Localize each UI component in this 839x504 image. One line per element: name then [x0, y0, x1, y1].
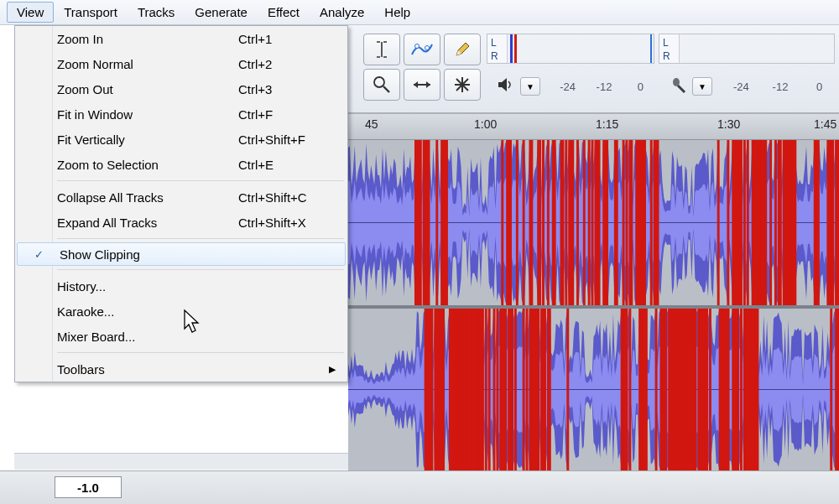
svg-rect-61	[650, 140, 653, 305]
svg-rect-24	[509, 140, 512, 305]
svg-rect-145	[566, 309, 569, 470]
tools-grid	[363, 34, 481, 101]
separator	[57, 269, 344, 270]
svg-rect-185	[737, 309, 739, 470]
svg-rect-95	[831, 140, 834, 305]
svg-rect-75	[758, 140, 760, 305]
menu-history[interactable]: History...	[15, 273, 347, 299]
menu-tracks[interactable]: Tracks	[128, 2, 185, 23]
recording-meter-menu[interactable]: ▼	[692, 77, 712, 96]
meter-l-label: L	[663, 36, 679, 49]
ruler-tick: 1:15	[596, 117, 618, 131]
svg-rect-125	[493, 309, 496, 470]
menu-effect[interactable]: Effect	[258, 2, 310, 23]
menu-mixer-board[interactable]: Mixer Board...	[15, 324, 347, 349]
magnifier-icon	[373, 75, 391, 94]
svg-rect-64	[727, 140, 729, 305]
svg-rect-82	[779, 140, 782, 305]
recording-scale: -24 -12 0	[722, 77, 839, 96]
waveform-channel-right[interactable]	[348, 305, 839, 470]
playback-scale: -24 -12 0	[550, 77, 659, 96]
playback-meter-menu[interactable]: ▼	[520, 77, 540, 96]
svg-rect-80	[774, 140, 777, 305]
zoom-tool[interactable]	[363, 69, 400, 101]
svg-rect-126	[496, 309, 498, 470]
timeshift-icon	[410, 79, 434, 91]
svg-rect-92	[817, 140, 820, 305]
menu-transport[interactable]: Transport	[54, 2, 128, 23]
svg-rect-186	[740, 309, 743, 470]
svg-rect-149	[628, 309, 631, 470]
svg-point-0	[415, 44, 420, 49]
playback-meter[interactable]: L R	[487, 34, 654, 64]
envelope-tool[interactable]	[404, 34, 440, 65]
svg-rect-13	[416, 140, 422, 305]
svg-rect-60	[644, 140, 646, 305]
svg-rect-171	[692, 309, 695, 470]
svg-rect-18	[435, 140, 438, 305]
selection-tool[interactable]	[363, 34, 400, 65]
menu-show-clipping[interactable]: ✓ Show Clipping	[17, 242, 346, 266]
menu-toolbars[interactable]: Toolbars ▶	[15, 356, 347, 382]
track-panel-strip	[14, 453, 348, 470]
menu-zoom-selection[interactable]: Zoom to SelectionCtrl+E	[15, 152, 347, 177]
svg-rect-78	[764, 140, 767, 305]
meter-r-label: R	[491, 49, 507, 63]
menu-view[interactable]: View	[7, 2, 54, 23]
svg-rect-51	[616, 140, 618, 305]
svg-rect-25	[516, 140, 519, 305]
timeshift-tool[interactable]	[404, 69, 440, 101]
envelope-icon	[411, 42, 433, 57]
svg-rect-40	[576, 140, 579, 305]
svg-rect-21	[501, 140, 503, 305]
svg-rect-28	[530, 140, 533, 305]
menu-fit-window[interactable]: Fit in WindowCtrl+F	[15, 101, 347, 127]
svg-rect-109	[449, 309, 455, 470]
svg-rect-122	[480, 309, 482, 470]
svg-rect-194	[757, 309, 759, 470]
menu-zoom-normal[interactable]: Zoom NormalCtrl+2	[15, 51, 347, 76]
svg-rect-184	[732, 309, 737, 470]
menu-expand-tracks[interactable]: Expand All TracksCtrl+Shift+X	[15, 210, 347, 235]
multi-tool[interactable]	[444, 69, 481, 101]
svg-rect-124	[488, 309, 491, 470]
menu-fit-vertically[interactable]: Fit VerticallyCtrl+Shift+F	[15, 127, 347, 152]
svg-rect-32	[547, 140, 550, 305]
bottom-bar: -1.0	[0, 470, 839, 504]
svg-rect-36	[561, 140, 564, 305]
svg-rect-42	[588, 140, 591, 305]
menu-karaoke[interactable]: Karaoke...	[15, 299, 347, 324]
menu-generate[interactable]: Generate	[185, 2, 258, 23]
waveform-area[interactable]	[348, 140, 839, 470]
waveform-channel-left[interactable]	[348, 140, 839, 305]
meter-r-label: R	[663, 49, 679, 63]
draw-tool[interactable]	[444, 34, 481, 65]
svg-line-10	[678, 86, 685, 92]
svg-rect-43	[591, 140, 594, 305]
svg-rect-34	[554, 140, 556, 305]
meter-l-label: L	[491, 36, 507, 49]
menu-analyze[interactable]: Analyze	[310, 2, 374, 23]
svg-rect-49	[606, 140, 608, 305]
timeline-ruler[interactable]: 45 1:00 1:15 1:30 1:45	[348, 113, 839, 140]
menu-collapse-tracks[interactable]: Collapse All TracksCtrl+Shift+C	[15, 184, 347, 210]
ruler-tick: 1:30	[717, 117, 740, 131]
svg-rect-144	[549, 309, 551, 470]
menu-help[interactable]: Help	[374, 2, 420, 23]
svg-rect-131	[514, 309, 517, 470]
svg-rect-70	[747, 140, 749, 305]
svg-rect-157	[664, 309, 667, 470]
svg-rect-55	[630, 140, 633, 305]
svg-rect-130	[511, 309, 513, 470]
separator	[57, 180, 344, 181]
menu-zoom-out[interactable]: Zoom OutCtrl+3	[15, 76, 347, 101]
svg-rect-69	[743, 140, 746, 305]
svg-rect-31	[542, 140, 545, 305]
svg-rect-183	[727, 309, 729, 470]
menu-zoom-in[interactable]: Zoom InCtrl+1	[15, 26, 347, 51]
ibeam-icon	[375, 41, 388, 58]
svg-rect-195	[830, 309, 832, 470]
svg-point-2	[374, 77, 384, 87]
recording-meter[interactable]: L R	[659, 34, 835, 64]
ruler-tick: 1:00	[474, 117, 497, 131]
